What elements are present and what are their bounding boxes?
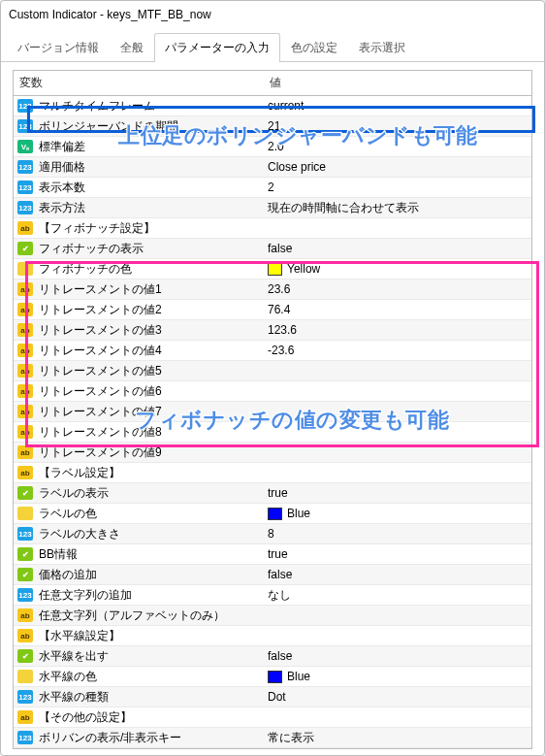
param-value: false xyxy=(268,649,292,663)
window-titlebar[interactable]: Custom Indicator - keys_MTF_BB_now xyxy=(1,1,544,28)
param-value: 23.6 xyxy=(268,282,290,296)
ab-type-icon: ab xyxy=(17,384,33,398)
sig-type-icon: ✔ xyxy=(17,649,33,663)
param-row[interactable]: abリトレースメントの値276.4 xyxy=(14,300,531,320)
grid-header: 変数 値 xyxy=(14,71,531,96)
col-type-icon xyxy=(17,262,33,276)
param-value-cell[interactable]: なし xyxy=(264,587,531,604)
param-name: 水平線の色 xyxy=(39,669,97,685)
param-row[interactable]: 123水平線の種類Dot xyxy=(14,687,531,707)
param-row[interactable]: abリトレースメントの値8 xyxy=(14,422,531,443)
param-value-cell[interactable]: false xyxy=(264,242,531,255)
param-value: Blue xyxy=(287,670,310,683)
param-value-cell[interactable]: true xyxy=(264,547,531,561)
param-value-cell[interactable]: 常に表示 xyxy=(264,730,531,746)
param-name: リトレースメントの値9 xyxy=(39,444,162,461)
param-row[interactable]: 123ボリンジャーバンドの期間21 xyxy=(14,116,531,137)
param-name: リトレースメントの値4 xyxy=(39,343,162,359)
param-row[interactable]: abリトレースメントの値3123.6 xyxy=(14,320,531,341)
param-value-cell[interactable]: 現在の時間軸に合わせて表示 xyxy=(264,200,531,216)
param-value-cell[interactable]: current xyxy=(264,99,531,113)
param-row[interactable]: abリトレースメントの値7 xyxy=(14,402,531,422)
param-value-cell[interactable]: 8 xyxy=(264,527,531,541)
param-row[interactable]: ✔フィボナッチの表示false xyxy=(14,239,531,259)
param-row[interactable]: ab【ラベル設定】 xyxy=(14,463,531,483)
param-name: リトレースメントの値3 xyxy=(39,322,162,339)
param-row[interactable]: 123マルチタイムフレームcurrent xyxy=(14,96,531,116)
param-name: リトレースメントの値6 xyxy=(39,383,162,400)
param-value-cell[interactable]: true xyxy=(264,486,531,500)
param-value: Close price xyxy=(268,160,326,174)
param-row[interactable]: 123適用価格Close price xyxy=(14,157,531,178)
param-value-cell[interactable]: false xyxy=(264,568,531,581)
param-name: ラベルの大きさ xyxy=(39,526,120,542)
param-row[interactable]: 123表示方法現在の時間軸に合わせて表示 xyxy=(14,198,531,218)
param-row[interactable]: ✔BB情報true xyxy=(14,544,531,565)
param-row[interactable]: abリトレースメントの値123.6 xyxy=(14,279,531,300)
param-value-cell[interactable]: Blue xyxy=(264,670,531,683)
num-type-icon: 123 xyxy=(17,181,33,194)
param-row[interactable]: 水平線の色Blue xyxy=(14,667,531,687)
param-row[interactable]: ✔価格の追加false xyxy=(14,565,531,585)
param-value-cell[interactable]: -23.6 xyxy=(264,344,531,357)
param-value-cell[interactable]: 21 xyxy=(264,119,531,133)
param-row[interactable]: フィボナッチの色Yellow xyxy=(14,259,531,279)
header-value[interactable]: 値 xyxy=(264,71,531,95)
param-row[interactable]: 123表示本数2 xyxy=(14,178,531,198)
num-type-icon: 123 xyxy=(17,690,33,704)
ab-type-icon: ab xyxy=(17,710,33,724)
param-value: 現在の時間軸に合わせて表示 xyxy=(268,200,419,216)
param-value-cell[interactable]: Dot xyxy=(264,690,531,704)
param-name: ボリバンの表示/非表示キー xyxy=(39,730,181,746)
header-variable[interactable]: 変数 xyxy=(14,71,264,95)
param-value-cell[interactable]: 2.0 xyxy=(264,140,531,153)
tab-0[interactable]: バージョン情報 xyxy=(7,33,110,62)
param-value: Yellow xyxy=(287,262,320,276)
param-name: フィボナッチの色 xyxy=(39,261,132,278)
param-value-cell[interactable]: Blue xyxy=(264,507,531,520)
ab-type-icon: ab xyxy=(17,445,33,459)
color-swatch xyxy=(268,508,282,520)
param-row[interactable]: abリトレースメントの値4-23.6 xyxy=(14,341,531,361)
param-value-cell[interactable]: 123.6 xyxy=(264,323,531,337)
param-value-cell[interactable]: 23.6 xyxy=(264,282,531,296)
param-row[interactable]: ab任意文字列（アルファベットのみ） xyxy=(14,606,531,626)
num-type-icon: 123 xyxy=(17,160,33,174)
param-row[interactable]: ✔水平線を出すfalse xyxy=(14,646,531,667)
tab-3[interactable]: 色の設定 xyxy=(280,33,348,62)
tab-1[interactable]: 全般 xyxy=(110,33,154,62)
param-row[interactable]: 123ラベルの大きさ8 xyxy=(14,524,531,544)
param-row[interactable]: ab【水平線設定】 xyxy=(14,626,531,646)
param-row[interactable]: abリトレースメントの値9 xyxy=(14,443,531,463)
va-type-icon: Vₐ xyxy=(17,140,33,153)
param-name: ラベルの表示 xyxy=(39,485,109,502)
param-row[interactable]: ✔ラベルの表示true xyxy=(14,483,531,504)
param-row[interactable]: Vₐ標準偏差2.0 xyxy=(14,137,531,157)
param-value: 76.4 xyxy=(268,303,290,316)
param-value: Blue xyxy=(287,507,310,520)
param-value-cell[interactable]: 76.4 xyxy=(264,303,531,316)
ab-type-icon: ab xyxy=(17,425,33,439)
indicator-dialog: Custom Indicator - keys_MTF_BB_now バージョン… xyxy=(0,0,545,756)
param-name: ラベルの色 xyxy=(39,506,97,522)
param-value-cell[interactable]: 2 xyxy=(264,181,531,194)
param-value-cell[interactable]: false xyxy=(264,649,531,663)
param-value-cell[interactable]: Close price xyxy=(264,160,531,174)
param-value: false xyxy=(268,568,292,581)
param-row[interactable]: ab【その他の設定】 xyxy=(14,707,531,728)
param-value-cell[interactable]: Yellow xyxy=(264,262,531,276)
param-name: 【ラベル設定】 xyxy=(39,465,120,481)
param-value: current xyxy=(268,99,304,113)
param-row[interactable]: 123任意文字列の追加なし xyxy=(14,585,531,606)
ab-type-icon: ab xyxy=(17,323,33,337)
param-row[interactable]: ab【フィボナッチ設定】 xyxy=(14,218,531,239)
param-row[interactable]: ラベルの色Blue xyxy=(14,504,531,524)
tab-4[interactable]: 表示選択 xyxy=(348,33,416,62)
tab-2[interactable]: パラメーターの入力 xyxy=(154,33,280,62)
param-name: BB情報 xyxy=(39,546,78,563)
num-type-icon: 123 xyxy=(17,99,33,113)
param-row[interactable]: 123ボリバンの表示/非表示キー常に表示 xyxy=(14,728,531,748)
param-name: マルチタイムフレーム xyxy=(39,98,155,115)
param-row[interactable]: abリトレースメントの値5 xyxy=(14,361,531,381)
param-row[interactable]: abリトレースメントの値6 xyxy=(14,381,531,402)
